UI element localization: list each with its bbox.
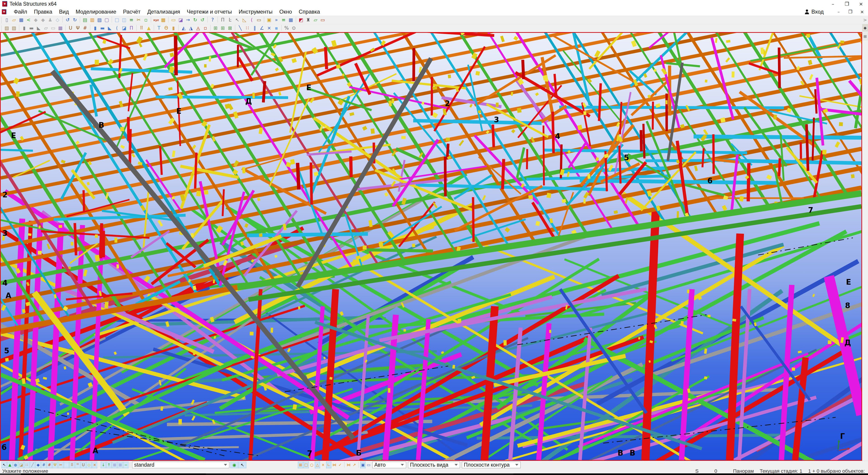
toolbar-grip[interactable] (1, 17, 2, 23)
phase-manager-button[interactable]: ▣ (266, 17, 273, 24)
snap-combo-2[interactable]: Плоскости контура (462, 462, 521, 468)
snap-midpoint-triangle[interactable]: △ (315, 462, 320, 468)
clean-eraser-button[interactable]: ▭ (319, 17, 327, 24)
new-window-button[interactable]: □ (113, 17, 121, 24)
menu-детализация[interactable]: Детализация (144, 9, 183, 15)
menu-окно[interactable]: Окно (276, 9, 296, 15)
toolbar-grip[interactable] (1, 25, 2, 31)
level-tool[interactable]: − (123, 462, 128, 468)
steel-plate-button[interactable]: ▱ (42, 25, 50, 32)
pour-object-button[interactable]: Т (155, 25, 163, 32)
measure-dots-button[interactable]: ∷ (244, 25, 251, 32)
paste-button[interactable]: ▥ (89, 17, 96, 24)
minimize-button[interactable]: – (826, 0, 840, 8)
model-viewport[interactable]: ЕДЕВЕ234567234А56Е8ДГА7БВВ (0, 32, 862, 461)
concrete-slab-button[interactable]: ◪ (121, 25, 128, 32)
component-catalog-1-button[interactable]: ⊞ (212, 25, 219, 32)
measure-arc-button[interactable]: ( (248, 17, 255, 24)
project-schedule-button[interactable]: ▦ (287, 17, 294, 24)
tekla-online-flag-button[interactable]: ◩ (298, 17, 305, 24)
create-grid-button[interactable]: П (219, 17, 226, 24)
menu-моделирование[interactable]: Моделирование (72, 9, 120, 15)
model-minimize-button[interactable]: – (833, 8, 844, 15)
concrete-polybeam-button[interactable]: ◣ (106, 25, 113, 32)
snap-perpendicular[interactable]: ∟ (326, 462, 331, 468)
logistics-forklift-button[interactable]: ♜ (305, 17, 312, 24)
snap-combo-0[interactable]: Авто (372, 462, 406, 468)
select-grid-lines[interactable]: # (47, 462, 52, 468)
menu-чертежи-и-отчеты[interactable]: Чертежи и отчеты (183, 9, 235, 15)
group-down[interactable]: ⊞ (112, 462, 117, 468)
steel-slab-button[interactable]: ▭ (50, 25, 57, 32)
filter-up[interactable]: ↑ (106, 462, 112, 468)
new-document-button[interactable]: ▯ (3, 17, 10, 24)
ortho-toggle[interactable]: ▣ (360, 462, 366, 468)
select-component-objects[interactable]: U (81, 462, 86, 468)
measure-free-button[interactable]: ↖ (234, 17, 241, 24)
measure-parallel-button[interactable]: ∥ (251, 25, 258, 32)
select-construction-lines[interactable]: ╱ (30, 462, 35, 468)
select-components[interactable]: ▲ (7, 462, 12, 468)
select-marquee-button[interactable]: ▫ (142, 17, 150, 24)
create-item-slab-button[interactable]: ▨ (10, 25, 18, 32)
select-objects[interactable]: ◪ (19, 462, 24, 468)
component-catalog-2-button[interactable]: ⊞ (219, 25, 226, 32)
clip-plane-button[interactable]: ◪ (177, 17, 184, 24)
select-grids[interactable]: # (41, 462, 46, 468)
menu-правка[interactable]: Правка (31, 9, 56, 15)
create-item-box-button[interactable]: ▧ (3, 25, 10, 32)
measure-box-button[interactable]: ▪ (273, 25, 280, 32)
snap-nearest-circle[interactable]: ○ (309, 462, 314, 468)
snap-override[interactable]: ▭ (366, 462, 371, 468)
measure-angle-button[interactable]: ◺ (241, 17, 248, 24)
select-plates[interactable]: ◇ (86, 462, 92, 468)
window-list-button[interactable]: ≡ (128, 17, 135, 24)
select-all-cursor[interactable]: ↖ (2, 462, 7, 468)
reference-cube-panel[interactable]: ◆ (862, 24, 868, 32)
publish-shield-2-button[interactable]: ◆ (39, 17, 46, 24)
context-help-button[interactable]: ? (209, 17, 216, 24)
save-model-button[interactable]: ▦ (18, 17, 25, 24)
collapse-panel-chevron[interactable]: > (862, 16, 868, 24)
steel-column-button[interactable]: ▮ (21, 25, 28, 32)
layers-button[interactable]: ▩ (160, 17, 167, 24)
split-window-button[interactable]: ◫ (121, 17, 128, 24)
rebar-hand-button[interactable]: Ψ (74, 25, 82, 32)
select-cuts[interactable]: Ψ (53, 462, 58, 468)
menu-инструменты[interactable]: Инструменты (235, 9, 276, 15)
ratio-tool-button[interactable]: % (283, 25, 290, 32)
edit-grid-button[interactable]: Ŀ (226, 17, 234, 24)
measure-cross-button[interactable]: × (266, 25, 273, 32)
copy-dashed-button[interactable]: ▫ (202, 25, 209, 32)
select-bolts[interactable]: ⠛ (75, 462, 80, 468)
menu-вид[interactable]: Вид (56, 9, 72, 15)
work-area-button[interactable]: ▭ (170, 17, 177, 24)
smart-select[interactable]: ↖ (239, 462, 246, 468)
open-model-button[interactable]: ▱ (10, 17, 18, 24)
group-up[interactable]: ⊞ (118, 462, 123, 468)
paste-special-button[interactable]: ▨ (96, 17, 103, 24)
restore-button[interactable]: ❐ (840, 0, 854, 8)
select-assemblies[interactable]: ● (13, 462, 18, 468)
export-arrow-button[interactable]: → (184, 17, 191, 24)
measure-angle-2-button[interactable]: ∠ (258, 25, 266, 32)
bolt-u-button[interactable]: U (67, 25, 74, 32)
snap-intersection[interactable]: × (320, 462, 326, 468)
pour-break-button[interactable]: Θ (163, 25, 170, 32)
select-bolt-groups[interactable]: ⠿ (69, 462, 74, 468)
snap-any-position[interactable]: ⋈ (346, 462, 351, 468)
measure-frame-button[interactable]: ▭ (255, 17, 262, 24)
menu-файл[interactable]: Файл (10, 9, 31, 15)
mesh-reinforcement-button[interactable]: # (82, 25, 89, 32)
close-button[interactable]: × (854, 0, 868, 8)
steel-item-button[interactable]: ▦ (57, 25, 64, 32)
bolt-group-button[interactable]: ⠿ (138, 25, 145, 32)
cylinder-item-button[interactable]: ▮ (170, 25, 177, 32)
rotate-ccw-button[interactable]: ↺ (199, 17, 206, 24)
import-door-button[interactable]: ▢ (103, 17, 111, 24)
snap-free[interactable]: ✓ (337, 462, 343, 468)
model-restore-button[interactable]: ❐ (844, 8, 856, 15)
polygon-cut-button[interactable]: ◬ (194, 25, 202, 32)
measure-distance-button[interactable]: ╲ (237, 25, 244, 32)
select-views[interactable]: ▭ (64, 462, 69, 468)
